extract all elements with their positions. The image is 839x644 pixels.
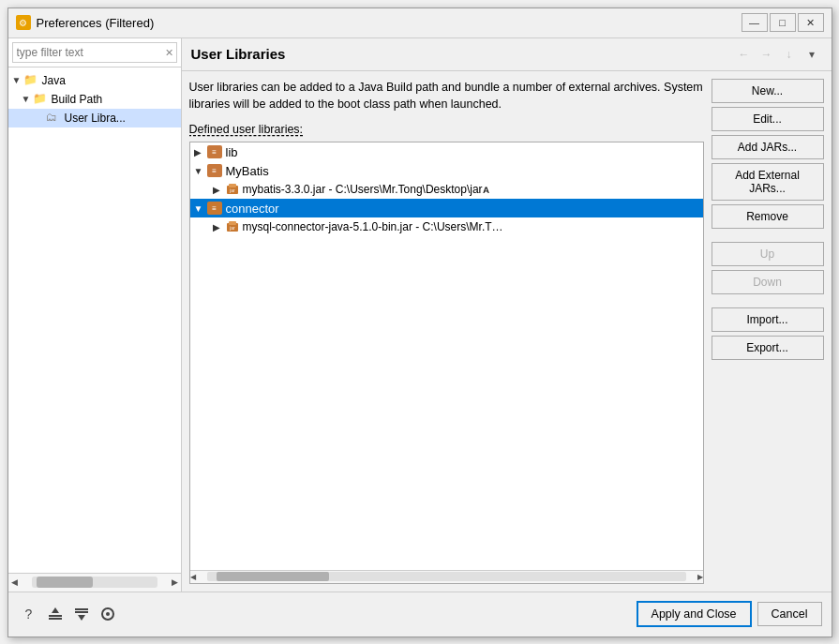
nav-back-button[interactable]: ←: [734, 44, 755, 65]
expand-arrow-userlib: [35, 112, 46, 123]
svg-rect-10: [75, 611, 88, 613]
tree-label-java: Java: [42, 74, 66, 87]
tree-label-buildpath: Build Path: [52, 93, 103, 106]
tree-item-java[interactable]: ▼ 📁 Java: [8, 71, 181, 90]
title-bar: ⚙ Preferences (Filtered) — □ ✕: [8, 8, 832, 38]
lib-tree-item-mybatis[interactable]: ▼ ≡ MyBatis: [190, 161, 703, 180]
filter-input-wrap: ✕: [8, 38, 181, 67]
description-text: User libraries can be added to a Java Bu…: [189, 79, 704, 114]
lib-hscroll-track[interactable]: [207, 572, 686, 581]
svg-rect-7: [49, 618, 62, 620]
remove-button[interactable]: Remove: [712, 204, 824, 229]
btn-spacer-2: [712, 298, 824, 304]
tree-area: ▼ 📁 Java ▼ 📁 Build Path 🗂 User Libra...: [8, 67, 181, 573]
right-body: User libraries can be added to a Java Bu…: [182, 71, 832, 592]
lib-tree-item-lib[interactable]: ▶ ≡ lib: [190, 142, 703, 161]
expand-arrow-buildpath: ▼: [22, 94, 33, 104]
help-button[interactable]: ?: [18, 603, 40, 625]
nav-menu-button[interactable]: ▾: [802, 44, 822, 65]
tree-label-userlib: User Libra...: [65, 112, 126, 125]
add-jars-button[interactable]: Add JARs...: [712, 135, 824, 159]
svg-point-13: [106, 612, 110, 616]
tree-item-build-path[interactable]: ▼ 📁 Build Path: [8, 90, 181, 109]
tree-item-user-libraries[interactable]: 🗂 User Libra...: [8, 109, 181, 127]
minimize-button[interactable]: —: [742, 13, 768, 32]
cancel-button[interactable]: Cancel: [757, 602, 822, 626]
nav-icons: ← → ↓ ▾: [734, 44, 822, 65]
lib-tree-item-mysql-jar[interactable]: ▶ jar mysql-connector-java-5.1.0-bin.jar…: [190, 217, 703, 236]
window-title: Preferences (Filtered): [37, 16, 742, 30]
export-prefs-button[interactable]: [44, 603, 67, 625]
mysql-jar-label: mysql-connector-java-5.1.0-bin.jar - C:\…: [243, 220, 503, 233]
scroll-right-arrow[interactable]: ▶: [171, 577, 179, 587]
apply-close-button[interactable]: Apply and Close: [637, 601, 752, 627]
import-prefs-button[interactable]: [70, 603, 93, 625]
lib-tree-container: ▶ ≡ lib ▼ ≡ MyBatis: [189, 142, 704, 584]
h-scrollbar-thumb: [37, 577, 93, 588]
expand-arrow-java: ▼: [12, 75, 23, 85]
h-scrollbar-track[interactable]: [32, 577, 157, 588]
lib-scroll-right[interactable]: ▶: [697, 573, 703, 581]
connector-label: connector: [226, 202, 279, 216]
action-buttons: New... Edit... Add JARs... Add External …: [712, 79, 824, 584]
lib-tree-item-connector[interactable]: ▼ ≡ connector: [190, 199, 703, 217]
maximize-button[interactable]: □: [770, 13, 796, 32]
svg-rect-6: [49, 615, 62, 617]
mybatis-jar-label: mybatis-3.3.0.jar - C:\Users\Mr.Tong\Des…: [243, 183, 489, 196]
left-scrollbar: ◀ ▶: [8, 573, 181, 592]
down-button[interactable]: Down: [712, 270, 824, 294]
app-icon: ⚙: [16, 15, 31, 30]
lib-tree-scroll: ▶ ≡ lib ▼ ≡ MyBatis: [190, 142, 703, 570]
mysql-jar-expand-arrow: ▶: [213, 222, 224, 232]
java-folder-icon: 📁: [23, 73, 38, 88]
import-button[interactable]: Import...: [712, 307, 824, 332]
restore-defaults-button[interactable]: [97, 603, 119, 625]
lib-scroll-left[interactable]: ◀: [190, 573, 196, 581]
up-button[interactable]: Up: [712, 242, 824, 266]
filter-input[interactable]: [12, 42, 177, 63]
lib-label: lib: [226, 145, 238, 159]
svg-text:jar: jar: [229, 187, 235, 193]
main-content: ✕ ▼ 📁 Java ▼ 📁 Build Path 🗂: [8, 38, 832, 592]
connector-expand-arrow: ▼: [194, 203, 205, 214]
export-button[interactable]: Export...: [712, 336, 824, 360]
content-area: User libraries can be added to a Java Bu…: [189, 79, 704, 584]
lib-expand-arrow: ▶: [194, 147, 205, 157]
buildpath-folder-icon: 📁: [33, 92, 48, 107]
scroll-left-arrow[interactable]: ◀: [10, 577, 19, 587]
lib-hscroll-thumb: [217, 572, 329, 581]
mybatis-library-icon: ≡: [207, 164, 222, 177]
bottom-icons: ?: [18, 603, 631, 625]
close-button[interactable]: ✕: [798, 13, 824, 32]
nav-down-button[interactable]: ↓: [779, 44, 800, 65]
add-external-jars-button[interactable]: Add External JARs...: [712, 163, 824, 201]
preferences-window: ⚙ Preferences (Filtered) — □ ✕ ✕ ▼ 📁 Jav…: [7, 7, 832, 637]
new-button[interactable]: New...: [712, 79, 824, 103]
svg-marker-8: [52, 607, 59, 613]
bottom-bar: ? Apply: [8, 592, 832, 637]
right-header: User Libraries ← → ↓ ▾: [182, 38, 832, 71]
lib-tree-item-mybatis-jar[interactable]: ▶ jar mybatis-3.3.0.jar - C:\Users\Mr.To…: [190, 180, 703, 199]
mybatis-label: MyBatis: [226, 164, 269, 178]
right-panel: User Libraries ← → ↓ ▾ User libraries ca…: [182, 38, 832, 592]
userlib-icon: 🗂: [46, 111, 61, 126]
connector-library-icon: ≡: [207, 202, 222, 215]
filter-clear-icon[interactable]: ✕: [165, 46, 173, 58]
defined-label: Defined user libraries:: [189, 123, 704, 136]
edit-button[interactable]: Edit...: [712, 107, 824, 131]
mybatis-jar-icon: jar: [226, 183, 239, 196]
window-controls: — □ ✕: [742, 13, 824, 32]
nav-forward-button[interactable]: →: [757, 44, 777, 65]
mybatis-jar-expand-arrow: ▶: [213, 185, 224, 195]
lib-library-icon: ≡: [207, 145, 222, 158]
mysql-jar-icon: jar: [226, 220, 239, 233]
lib-tree-hscroll: ◀ ▶: [190, 570, 703, 583]
right-panel-title: User Libraries: [191, 46, 286, 62]
mybatis-expand-arrow: ▼: [194, 166, 205, 176]
svg-rect-9: [75, 608, 88, 610]
left-panel: ✕ ▼ 📁 Java ▼ 📁 Build Path 🗂: [8, 38, 182, 592]
svg-text:jar: jar: [229, 225, 235, 231]
svg-marker-11: [78, 615, 85, 621]
btn-spacer: [712, 232, 824, 238]
